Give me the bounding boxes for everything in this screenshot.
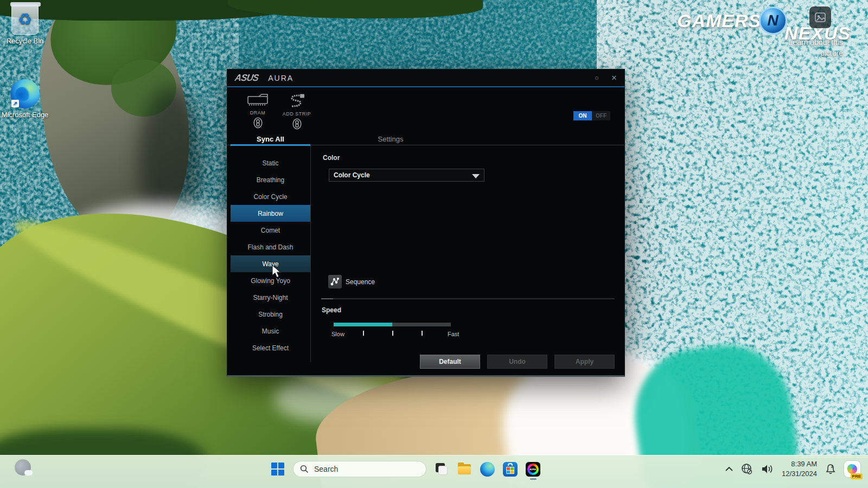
add-strip-label: ADD STRIP (277, 111, 316, 117)
mouse-cursor (272, 265, 284, 279)
sidebar-item-music[interactable]: Music (231, 323, 310, 339)
search-input[interactable]: Search (293, 461, 426, 477)
dram-link-icon[interactable] (238, 117, 277, 131)
sidebar-item-select-effect[interactable]: Select Effect (231, 339, 310, 356)
sidebar-item-rainbow[interactable]: Rainbow (231, 205, 310, 222)
slider-tick-1 (363, 331, 364, 336)
speed-slider[interactable] (334, 323, 451, 326)
sidebar-item-static[interactable]: Static (231, 155, 310, 171)
sidebar-item-wave[interactable]: Wave (231, 255, 310, 272)
folder-icon (457, 461, 472, 477)
notification-bell-icon[interactable]: z (824, 463, 837, 476)
power-toggle[interactable]: ON OFF (573, 111, 610, 120)
watermark-gamers: GAMERS (677, 10, 761, 31)
undo-button[interactable]: Undo (487, 355, 547, 369)
shortcut-arrow-icon: ↗ (11, 100, 19, 107)
toggle-off[interactable]: OFF (592, 111, 610, 120)
slider-tick-2 (392, 331, 393, 336)
window-title: AURA (268, 74, 293, 82)
dram-label: DRAM (238, 110, 277, 115)
copilot-pre-badge: PRE (851, 473, 863, 479)
device-add-strip[interactable]: ADD STRIP (277, 94, 316, 132)
sidebar-item-starry-night[interactable]: Starry-Night (231, 289, 310, 306)
search-icon (300, 465, 309, 473)
network-globe-icon[interactable] (741, 463, 754, 476)
landscape-icon (814, 11, 826, 23)
chevron-down-icon (472, 174, 480, 178)
sidebar-item-breathing[interactable]: Breathing (231, 171, 310, 188)
titlebar[interactable]: ASUS AURA ○ ✕ (227, 69, 624, 87)
edge-label: Microsoft Edge (0, 111, 50, 119)
color-label: Color (323, 154, 340, 162)
tab-settings[interactable]: Settings (310, 133, 471, 145)
add-strip-link-icon[interactable] (277, 118, 316, 132)
copilot-button[interactable]: PRE (844, 461, 860, 477)
slider-fast-label: Fast (448, 331, 459, 337)
edge-icon: ↗ (10, 79, 40, 108)
asus-logo: ASUS (234, 73, 259, 84)
aura-app-icon: AURA (526, 462, 540, 477)
toggle-on[interactable]: ON (573, 111, 592, 120)
default-button[interactable]: Default (420, 355, 480, 369)
weather-widget-icon[interactable] (15, 459, 31, 476)
speed-slider-fill (334, 323, 392, 326)
effect-sidebar: Static Breathing Color Cycle Rainbow Com… (231, 155, 310, 356)
tab-sync-all[interactable]: Sync All (231, 133, 310, 145)
edge-icon-taskbar (480, 462, 495, 477)
copilot-icon (847, 464, 857, 474)
taskbar: Search AURA (0, 455, 868, 488)
volume-icon[interactable] (761, 463, 775, 475)
led-strip-icon (288, 94, 306, 108)
close-button[interactable]: ✕ (609, 74, 619, 82)
sidebar-item-strobing[interactable]: Strobing (231, 306, 310, 323)
start-button[interactable] (270, 461, 285, 477)
svg-text:z: z (831, 465, 833, 468)
recycle-bin-label: Recycle Bin (0, 37, 50, 45)
tab-bar: Sync All Settings (227, 133, 624, 145)
panel-divider (321, 298, 615, 299)
spotlight-label[interactable]: Learn about this picture (777, 37, 843, 59)
sidebar-divider (310, 145, 311, 362)
device-dram[interactable]: DRAM (238, 94, 277, 131)
sequence-button[interactable] (328, 275, 342, 288)
sidebar-item-color-cycle[interactable]: Color Cycle (231, 188, 310, 205)
tray-time: 8:39 AM (782, 459, 817, 469)
sidebar-item-comet[interactable]: Comet (231, 222, 310, 239)
slider-slow-label: Slow (331, 331, 344, 337)
microsoft-store-button[interactable] (502, 461, 518, 477)
spotlight-widget[interactable] (809, 7, 831, 28)
desktop-icon-microsoft-edge[interactable]: ↗ Microsoft Edge (0, 79, 50, 119)
sidebar-item-flash-and-dash[interactable]: Flash and Dash (231, 239, 310, 255)
color-dropdown-value: Color Cycle (334, 171, 370, 179)
edge-taskbar-button[interactable] (480, 461, 495, 477)
speed-label: Speed (322, 306, 341, 314)
store-icon (503, 462, 518, 477)
aura-taskbar-button[interactable]: AURA (525, 461, 540, 477)
sidebar-item-glowing-yoyo[interactable]: Glowing Yoyo (231, 272, 310, 289)
windows-logo-icon (271, 463, 284, 476)
task-view-icon (435, 462, 449, 476)
tray-date: 12/31/2024 (782, 469, 817, 479)
device-toolbar: DRAM ADD STRIP (227, 88, 624, 132)
gamers-nexus-emblem-icon: N (759, 7, 787, 35)
file-explorer-button[interactable] (457, 461, 472, 477)
color-dropdown[interactable]: Color Cycle (329, 169, 484, 182)
tray-chevron-up-icon[interactable] (725, 466, 733, 472)
desktop-icon-recycle-bin[interactable]: ♻ Recycle Bin (0, 4, 50, 45)
slider-tick-3 (422, 331, 423, 336)
search-placeholder: Search (314, 465, 338, 473)
sequence-label: Sequence (346, 278, 375, 286)
recycle-bin-icon: ♻ (11, 4, 39, 35)
apply-button[interactable]: Apply (554, 355, 615, 369)
tray-clock[interactable]: 8:39 AM 12/31/2024 (782, 459, 817, 478)
aura-window: ASUS AURA ○ ✕ DRAM (227, 69, 625, 377)
sequence-icon (330, 277, 340, 287)
dram-icon (247, 94, 269, 107)
minimize-button[interactable]: ○ (592, 74, 602, 82)
task-view-button[interactable] (434, 461, 449, 477)
